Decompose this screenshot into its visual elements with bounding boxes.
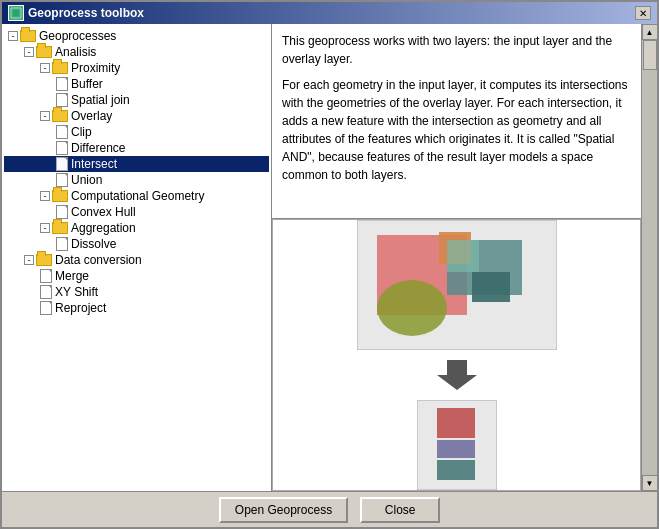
tree-item-reproject[interactable]: Reproject — [4, 300, 269, 316]
file-icon-clip — [56, 125, 68, 139]
folder-icon-aggregation — [52, 222, 68, 234]
tree-label-xy-shift: XY Shift — [55, 285, 98, 299]
tree-label-clip: Clip — [71, 125, 92, 139]
toggle-computational-geometry[interactable]: - — [40, 191, 50, 201]
tree-label-union: Union — [71, 173, 102, 187]
tree-item-computational-geometry[interactable]: - Computational Geometry — [4, 188, 269, 204]
tree-label-aggregation: Aggregation — [71, 221, 136, 235]
folder-icon-geoprocesses — [20, 30, 36, 42]
titlebar-left: Geoprocess toolbox — [8, 5, 144, 21]
tree-item-dissolve[interactable]: Dissolve — [4, 236, 269, 252]
tree-panel: - Geoprocesses - Analisis - Proximity — [2, 24, 272, 491]
description-text: This geoprocess works with two layers: t… — [282, 32, 631, 68]
file-icon-intersect — [56, 157, 68, 171]
tree-label-geoprocesses: Geoprocesses — [39, 29, 116, 43]
tree: - Geoprocesses - Analisis - Proximity — [2, 24, 271, 320]
right-content: This geoprocess works with two layers: t… — [272, 24, 657, 491]
folder-icon-overlay — [52, 110, 68, 122]
file-icon-buffer — [56, 77, 68, 91]
file-icon-merge — [40, 269, 52, 283]
tree-item-convex-hull[interactable]: Convex Hull — [4, 204, 269, 220]
open-geoprocess-button[interactable]: Open Geoprocess — [219, 497, 348, 523]
file-icon-difference — [56, 141, 68, 155]
tree-item-difference[interactable]: Difference — [4, 140, 269, 156]
svg-point-4 — [377, 280, 447, 336]
toggle-analisis[interactable]: - — [24, 47, 34, 57]
tree-item-aggregation[interactable]: - Aggregation — [4, 220, 269, 236]
tree-item-overlay[interactable]: - Overlay — [4, 108, 269, 124]
folder-icon-analisis — [36, 46, 52, 58]
diagram-arrow-svg — [437, 360, 477, 390]
tree-label-overlay: Overlay — [71, 109, 112, 123]
tree-label-reproject: Reproject — [55, 301, 106, 315]
tree-label-convex-hull: Convex Hull — [71, 205, 136, 219]
file-icon-spatial-join — [56, 93, 68, 107]
svg-rect-1 — [13, 10, 19, 16]
scroll-up-button[interactable]: ▲ — [642, 24, 658, 40]
close-window-button[interactable]: ✕ — [635, 6, 651, 20]
diagram-container — [357, 220, 557, 490]
tree-label-spatial-join: Spatial join — [71, 93, 130, 107]
folder-icon-computational-geometry — [52, 190, 68, 202]
titlebar-title: Geoprocess toolbox — [28, 6, 144, 20]
svg-rect-8 — [447, 240, 479, 272]
file-icon-xy-shift — [40, 285, 52, 299]
tree-item-proximity[interactable]: - Proximity — [4, 60, 269, 76]
folder-icon-proximity — [52, 62, 68, 74]
svg-rect-13 — [437, 460, 475, 480]
file-icon-union — [56, 173, 68, 187]
file-icon-dissolve — [56, 237, 68, 251]
tree-label-dissolve: Dissolve — [71, 237, 116, 251]
tree-item-data-conversion[interactable]: - Data conversion — [4, 252, 269, 268]
tree-item-merge[interactable]: Merge — [4, 268, 269, 284]
tree-item-clip[interactable]: Clip — [4, 124, 269, 140]
content-area: - Geoprocesses - Analisis - Proximity — [2, 24, 657, 491]
diagram-bottom-svg — [417, 400, 497, 490]
description-text-2: For each geometry in the input layer, it… — [282, 76, 631, 184]
tree-item-xy-shift[interactable]: XY Shift — [4, 284, 269, 300]
diagram-top-svg — [357, 220, 557, 350]
toggle-overlay[interactable]: - — [40, 111, 50, 121]
tree-item-analisis[interactable]: - Analisis — [4, 44, 269, 60]
tree-item-intersect[interactable]: Intersect — [4, 156, 269, 172]
tree-item-buffer[interactable]: Buffer — [4, 76, 269, 92]
tree-label-computational-geometry: Computational Geometry — [71, 189, 204, 203]
toggle-data-conversion[interactable]: - — [24, 255, 34, 265]
tree-item-geoprocesses[interactable]: - Geoprocesses — [4, 28, 269, 44]
titlebar: Geoprocess toolbox ✕ — [2, 2, 657, 24]
folder-icon-data-conversion — [36, 254, 52, 266]
diagram-area — [272, 219, 641, 491]
tree-label-merge: Merge — [55, 269, 89, 283]
main-window: Geoprocess toolbox ✕ - Geoprocesses - An… — [0, 0, 659, 529]
svg-marker-9 — [437, 360, 477, 390]
file-icon-reproject — [40, 301, 52, 315]
scroll-thumb[interactable] — [643, 40, 657, 70]
file-icon-convex-hull — [56, 205, 68, 219]
toggle-geoprocesses[interactable]: - — [8, 31, 18, 41]
titlebar-icon — [8, 5, 24, 21]
tree-item-spatial-join[interactable]: Spatial join — [4, 92, 269, 108]
tree-label-analisis: Analisis — [55, 45, 96, 59]
toggle-aggregation[interactable]: - — [40, 223, 50, 233]
tree-label-intersect: Intersect — [71, 157, 117, 171]
tree-label-proximity: Proximity — [71, 61, 120, 75]
description-area: This geoprocess works with two layers: t… — [272, 24, 641, 219]
scroll-track — [642, 40, 658, 475]
tree-label-buffer: Buffer — [71, 77, 103, 91]
tree-label-data-conversion: Data conversion — [55, 253, 142, 267]
tree-item-union[interactable]: Union — [4, 172, 269, 188]
tree-label-difference: Difference — [71, 141, 125, 155]
close-button[interactable]: Close — [360, 497, 440, 523]
scroll-down-button[interactable]: ▼ — [642, 475, 658, 491]
bottom-bar: Open Geoprocess Close — [2, 491, 657, 527]
right-panel: This geoprocess works with two layers: t… — [272, 24, 641, 491]
svg-rect-7 — [472, 272, 510, 302]
right-scrollbar: ▲ ▼ — [641, 24, 657, 491]
svg-rect-11 — [437, 408, 475, 438]
svg-rect-12 — [437, 440, 475, 458]
toggle-proximity[interactable]: - — [40, 63, 50, 73]
